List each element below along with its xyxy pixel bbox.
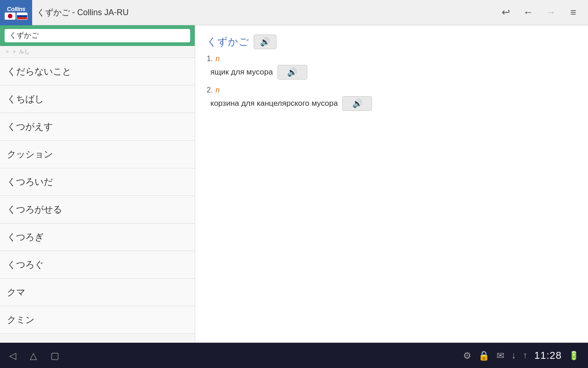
back-nav-icon[interactable]: ◁ [9,350,16,361]
search-input[interactable]: くずかご [5,29,190,42]
def-pos-2: n [215,86,220,94]
search-bar: くずかご [0,25,195,46]
def-num-label: 1. [207,55,213,63]
definition-number-2: 2. n [207,86,577,94]
main-content: くずかご ＞ ＞ ルし くだらないこと くちばし くつがえす クッション くつろ… [0,25,588,343]
list-item[interactable]: クッション [0,141,195,168]
app-logo: Collins [0,0,32,25]
definition-row-2: корзина для канцелярского мусора 🔊 [210,96,577,111]
def-pos-1: n [215,55,220,63]
list-item[interactable]: くつろぎ [0,224,195,251]
list-item[interactable]: くつがえす [0,113,195,141]
list-item[interactable]: クマ [0,279,195,306]
back2-button[interactable]: ↩ [496,2,516,23]
list-item[interactable]: くつろいだ [0,168,195,196]
definition-row-1: ящик для мусора 🔊 [210,65,577,80]
list-item[interactable]: くつろぐ [0,251,195,279]
audio-button-2[interactable]: 🔊 [342,96,372,111]
email-icon: ✉ [497,350,504,361]
list-item[interactable]: クミン [0,306,195,334]
top-actions: ↩ ← → ≡ [496,2,588,23]
download-icon: ↓ [511,350,516,361]
list-item[interactable]: くつろがせる [0,196,195,224]
top-bar: Collins くずかご - Collins JA-RU ↩ ← → ≡ [0,0,588,25]
bottom-status: ⚙ 🔒 ✉ ↓ ↑ 11:28 🔋 [463,350,579,362]
bottom-bar: ◁ △ ▢ ⚙ 🔒 ✉ ↓ ↑ 11:28 🔋 [0,343,588,368]
flag-japan [5,12,16,20]
flag-russia [17,12,28,20]
clock-display: 11:28 [534,350,562,362]
page-title: くずかご - Collins JA-RU [32,7,496,18]
audio-button-1[interactable]: 🔊 [277,65,307,80]
list-item[interactable]: くだらないこと [0,58,195,86]
recents-icon[interactable]: ▢ [51,350,59,361]
breadcrumb: ＞ ＞ ルし [0,46,195,58]
definition-number-1: 1. n [207,55,577,63]
definition-text-2: корзина для канцелярского мусора [210,99,338,108]
flag-pair [5,12,28,20]
settings-icon: ⚙ [463,350,471,361]
logo-text: Collins [7,6,25,12]
def-num-label-2: 2. [207,86,213,94]
lock-icon: 🔒 [478,350,490,361]
word-list-sidebar: くずかご ＞ ＞ ルし くだらないこと くちばし くつがえす クッション くつろ… [0,25,195,343]
menu-button[interactable]: ≡ [563,2,583,23]
audio-button-main[interactable]: 🔊 [254,34,277,49]
back-button[interactable]: ← [518,2,538,23]
entry-word: くずかご [207,35,249,49]
bottom-nav-icons: ◁ △ ▢ [9,350,59,361]
forward-button[interactable]: → [541,2,561,23]
list-item[interactable]: くちばし [0,86,195,113]
entry-header: くずかご 🔊 [207,34,577,49]
upload-icon: ↑ [523,350,527,361]
detail-pane: くずかご 🔊 1. n ящик для мусора 🔊 2. n корзи… [195,25,588,343]
home-icon[interactable]: △ [30,350,37,361]
definition-text-1: ящик для мусора [210,68,273,77]
battery-icon: 🔋 [569,351,579,361]
